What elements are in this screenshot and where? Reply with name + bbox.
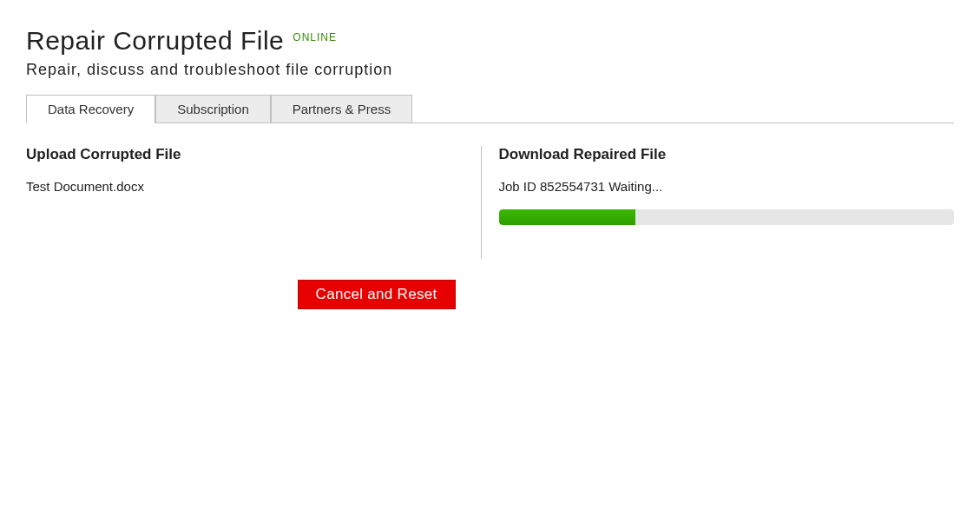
main-content: Upload Corrupted File Test Document.docx… [26, 123, 954, 309]
progress-bar [499, 209, 955, 225]
tab-partners-press[interactable]: Partners & Press [271, 95, 412, 122]
cancel-reset-button[interactable]: Cancel and Reset [298, 280, 456, 309]
page-subtitle: Repair, discuss and troubleshoot file co… [26, 61, 954, 79]
page-header: Repair Corrupted File ONLINE Repair, dis… [26, 26, 954, 79]
left-inner: Upload Corrupted File Test Document.docx [26, 146, 482, 259]
progress-fill [499, 209, 635, 225]
left-column: Upload Corrupted File Test Document.docx… [26, 123, 482, 309]
job-status-text: Job ID 852554731 Waiting... [499, 179, 955, 194]
download-heading: Download Repaired File [499, 146, 955, 163]
upload-heading: Upload Corrupted File [26, 146, 455, 163]
tab-data-recovery[interactable]: Data Recovery [26, 95, 155, 123]
tab-subscription[interactable]: Subscription [155, 95, 271, 122]
uploaded-file-name: Test Document.docx [26, 179, 455, 194]
online-badge: ONLINE [293, 31, 337, 43]
tab-bar: Data Recovery Subscription Partners & Pr… [26, 95, 954, 123]
upload-panel: Upload Corrupted File Test Document.docx [26, 146, 482, 259]
download-panel: Download Repaired File Job ID 852554731 … [482, 146, 955, 309]
title-row: Repair Corrupted File ONLINE [26, 26, 954, 56]
page-title: Repair Corrupted File [26, 26, 284, 56]
button-row: Cancel and Reset [26, 280, 482, 309]
